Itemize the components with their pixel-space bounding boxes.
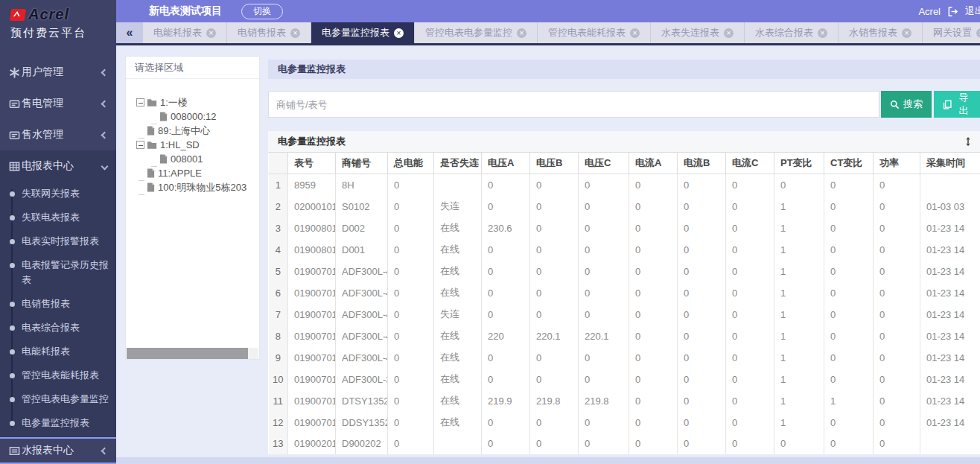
table-cell: 0 xyxy=(874,217,920,239)
column-header[interactable]: 电压C xyxy=(579,153,629,174)
search-button[interactable]: 搜索 xyxy=(881,91,932,118)
table-cell: 019007012 xyxy=(288,369,336,390)
column-header[interactable]: 是否失连 xyxy=(434,153,482,174)
sidebar-subitem-2[interactable]: 电表实时报警报表 xyxy=(11,229,116,253)
sidebar-item-4[interactable]: 水报表中心 xyxy=(0,437,116,464)
column-header[interactable]: 电压A xyxy=(482,153,530,174)
sidebar-subitem-7[interactable]: 管控电表能耗报表 xyxy=(11,363,116,387)
sidebar-subitem-0[interactable]: 失联网关报表 xyxy=(11,182,116,206)
table-row[interactable]: 3019008010D0020在线230.60000010001-23 14 xyxy=(269,217,980,239)
table-row[interactable]: 189598H0000000000 xyxy=(269,174,980,196)
table-row[interactable]: 12019007010DDSY13520在线00000010001-23 14 xyxy=(269,412,980,433)
tab-3[interactable]: 管控电表电参量监控× xyxy=(415,22,538,43)
tab-close-icon[interactable]: × xyxy=(724,28,734,38)
table-cell: 0 xyxy=(482,261,530,282)
tree-expander-icon[interactable] xyxy=(136,141,144,149)
column-header[interactable]: 功率 xyxy=(874,153,920,174)
tab-5[interactable]: 水表失连报表× xyxy=(651,22,745,43)
sidebar-subitem-5[interactable]: 电表综合报表 xyxy=(11,316,116,340)
sidebar-subitem-9[interactable]: 电参量监控报表 xyxy=(11,411,116,435)
table-row[interactable]: 8019007012ADF300L-40在线220220.1220.100010… xyxy=(269,325,980,347)
tree-horizontal-scrollbar[interactable] xyxy=(127,348,258,359)
table-cell: 1 xyxy=(774,390,824,412)
tab-close-icon[interactable]: × xyxy=(206,28,216,38)
search-input[interactable] xyxy=(268,91,879,118)
table-row[interactable]: 7019007012ADF300L-40失连00000010001-23 14 xyxy=(269,304,980,325)
tree-node-4[interactable]: 008001 xyxy=(136,152,259,166)
table-row[interactable]: 4019008010D0010在线00000010001-23 14 xyxy=(269,239,980,261)
sidebar-item-3[interactable]: 电报表中心 xyxy=(0,150,116,182)
tab-7[interactable]: 水销售报表× xyxy=(839,22,923,43)
table-cell: 0 xyxy=(678,325,726,347)
sidebar-subitem-4[interactable]: 电销售报表 xyxy=(11,292,116,316)
tab-close-icon[interactable]: × xyxy=(902,28,911,38)
sidebar-subitem-6[interactable]: 电能耗报表 xyxy=(11,340,116,363)
table-row[interactable]: 2020001010S01020失连00000010001-03 03 xyxy=(269,196,980,217)
sidebar-item-1[interactable]: 售电管理 xyxy=(0,88,116,119)
table-cell: 1 xyxy=(824,390,874,412)
column-header[interactable]: 电流B xyxy=(678,153,726,174)
table-cell: D900202 xyxy=(336,433,388,455)
tree-node-5[interactable]: 11:APPLE xyxy=(136,166,259,180)
logout-label[interactable]: 退出 xyxy=(965,4,980,18)
column-header[interactable] xyxy=(269,153,288,174)
table-row[interactable]: 10019007012ADF300L-30在线00000010001-23 14 xyxy=(269,369,980,390)
tree-node-6[interactable]: 100:明珠物业5栋203 xyxy=(136,180,259,194)
tab-label: 水表失连报表 xyxy=(661,26,719,39)
table-row[interactable]: 6019007012ADF300L-40在线00000010001-23 14 xyxy=(269,282,980,304)
tree-node-2[interactable]: 89:上海中心 xyxy=(136,124,259,138)
sidebar-subitem-1[interactable]: 失联电表报表 xyxy=(11,206,116,229)
page-bottom-scrollbar[interactable] xyxy=(116,457,980,464)
column-header[interactable]: 表号 xyxy=(288,153,336,174)
tree-panel-title: 请选择区域 xyxy=(126,57,259,79)
tab-label: 管控电表电参量监控 xyxy=(425,26,512,39)
switch-project-button[interactable]: 切换 xyxy=(241,4,283,19)
table-cell: 0 xyxy=(824,239,874,261)
column-header[interactable]: CT变比 xyxy=(824,153,874,174)
tree-node-1[interactable]: 008000:12 xyxy=(136,109,259,124)
table-cell: 0 xyxy=(579,196,629,217)
tab-4[interactable]: 管控电表能耗报表× xyxy=(538,22,651,43)
sidebar-item-2[interactable]: 售水管理 xyxy=(0,119,116,150)
tab-close-icon[interactable]: × xyxy=(517,28,526,38)
tab-close-icon[interactable]: × xyxy=(290,28,300,38)
tab-6[interactable]: 水表综合报表× xyxy=(745,22,839,43)
row-number: 8 xyxy=(269,325,288,347)
refresh-icon[interactable] xyxy=(964,136,973,147)
tab-8[interactable]: 网关设置× xyxy=(923,22,980,43)
chevron-down-icon xyxy=(101,162,109,170)
logout-icon[interactable] xyxy=(947,6,958,17)
sidebar-subitem-3[interactable]: 电表报警记录历史报表 xyxy=(11,253,116,292)
tab-close-icon[interactable]: × xyxy=(630,28,640,38)
sidebar-subitem-8[interactable]: 管控电表电参量监控 xyxy=(11,387,116,411)
tabs-scroll-left-icon[interactable]: « xyxy=(116,22,143,43)
tree-node-3[interactable]: 1:HL_SD xyxy=(136,138,259,152)
username[interactable]: Acrel xyxy=(918,6,941,17)
tab-2[interactable]: 电参量监控报表× xyxy=(311,22,415,43)
tree-scrollbar-thumb[interactable] xyxy=(127,348,248,359)
table-row[interactable]: 11019007010DTSY13520在线219.9219.8219.8000… xyxy=(269,390,980,412)
table-row[interactable]: 9019007012ADF300L-40在线00000010001-23 14 xyxy=(269,347,980,369)
tree-expander-icon[interactable] xyxy=(136,98,144,107)
tree-node-label: 1:HL_SD xyxy=(160,139,200,150)
table-cell: 0 xyxy=(678,239,726,261)
tab-1[interactable]: 电销售报表× xyxy=(227,22,311,43)
column-header[interactable]: 采集时间 xyxy=(920,153,980,174)
tab-close-icon[interactable]: × xyxy=(976,28,980,38)
tab-0[interactable]: 电能耗报表× xyxy=(143,22,227,43)
tab-close-icon[interactable]: × xyxy=(394,28,404,38)
tab-close-icon[interactable]: × xyxy=(818,28,827,38)
column-header[interactable]: 电流C xyxy=(726,153,774,174)
table-row[interactable]: 13019002010D9002020000000000 xyxy=(269,433,980,455)
export-button[interactable]: 导出 xyxy=(934,91,980,118)
column-header[interactable]: PT变比 xyxy=(774,153,824,174)
column-header[interactable]: 电流A xyxy=(629,153,678,174)
column-header[interactable]: 电压B xyxy=(530,153,579,174)
column-header[interactable]: 总电能 xyxy=(388,153,434,174)
column-header[interactable]: 商铺号 xyxy=(336,153,388,174)
table-row[interactable]: 5019007013ADF300L-40在线00000010001-23 14 xyxy=(269,261,980,282)
sidebar-item-0[interactable]: 用户管理 xyxy=(0,57,116,88)
table-scroll-area[interactable]: 表号商铺号总电能是否失连电压A电压B电压C电流A电流B电流CPT变比CT变比功率… xyxy=(268,152,980,454)
sidebar-menu: 用户管理售电管理售水管理电报表中心失联网关报表失联电表报表电表实时报警报表电表报… xyxy=(0,57,116,447)
tree-node-0[interactable]: 1:一楼 xyxy=(136,95,259,109)
